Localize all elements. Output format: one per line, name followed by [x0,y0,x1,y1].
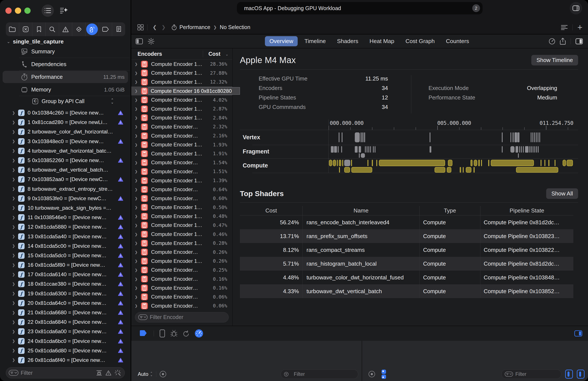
encoder-row[interactable]: ❯Compute Encoder…2.16% [131,131,232,140]
disclosure-chevron-icon[interactable]: ❯ [135,268,139,272]
compute-interval-bar[interactable] [372,160,373,166]
column-header-name[interactable]: Name [303,206,420,215]
gpu-interval-bar[interactable] [533,146,533,152]
disclosure-chevron-icon[interactable]: ❯ [135,178,139,183]
minimize-window-button[interactable] [15,8,21,14]
disclosure-chevron-icon[interactable]: ❯ [12,130,16,134]
gpu-interval-bar[interactable] [532,132,533,142]
compute-interval-bar[interactable] [342,160,343,166]
variables-filter-input[interactable] [294,371,355,377]
gpu-interval-bar[interactable] [359,153,360,158]
console-pane[interactable] [362,341,588,381]
gpu-interval-bar[interactable] [339,132,339,142]
compute-interval-bar[interactable] [478,160,480,166]
gpu-interval-bar[interactable] [536,146,537,152]
encoder-row[interactable]: ❯Compute Encoder 1…0.50% [131,203,232,212]
gpu-interval-bar[interactable] [510,132,511,142]
table-row[interactable]: 8.12%rans_compact_streamsComputeCompute … [240,243,573,257]
gpu-interval-bar[interactable] [331,146,334,152]
disclosure-chevron-icon[interactable]: ⌄ [7,39,10,44]
disclosure-chevron-icon[interactable]: ❯ [135,161,139,165]
toggle-inspector-icon[interactable] [575,38,583,44]
encoder-row[interactable]: ❯Compute Encoder 1…1.39% [131,176,232,185]
gpu-interval-bar[interactable] [519,146,520,152]
gpu-interval-bar[interactable] [529,146,530,152]
disclosure-chevron-icon[interactable]: ❯ [135,152,139,156]
toggle-bottom-right-panel-icon[interactable] [574,330,582,337]
list-item[interactable]: ❯ƒ2 turbowave_color_dwt_horizontal… [0,127,131,136]
gpu-interval-bar[interactable] [536,132,537,142]
list-item[interactable]: ❯ƒ10 turbowave_pack_sign_bytes =… [0,203,131,213]
gpu-interval-bar[interactable] [334,146,337,152]
table-row[interactable]: 4.33%turbowave_dwt_vertical_batchCompute… [240,284,573,298]
sidebar-item-summary[interactable]: Summary [0,45,131,58]
list-item[interactable]: ❯ƒ13 0x81cda5a40 = [Device new…! [0,232,131,241]
list-item[interactable]: ❯ƒ5 0x103852260 = [Device new…! [0,156,131,165]
gpu-timeline[interactable]: 000.000.000 005.000.000 011.254.750 Vert… [240,119,578,176]
tab-cost-graph[interactable]: Cost Graph [401,36,439,46]
list-item[interactable]: ❯ƒ24 0x81cda6bc0 = [Device new…! [0,336,131,346]
gpu-interval-bar[interactable] [525,146,528,152]
close-window-button[interactable] [5,8,12,14]
disclosure-chevron-icon[interactable]: ❯ [135,107,139,111]
variables-pane[interactable]: Auto ⌃⌄ [131,341,362,381]
encoder-row[interactable]: ❯Compute Encoder…2.32% [131,122,232,131]
list-item[interactable]: ❯ƒ6 turbowave_dwt_vertical_batch… [0,165,131,174]
cost-column-header[interactable]: Cost [209,51,220,57]
list-item[interactable]: ❯ƒ0 0x10384c260 = [Device new…! [0,108,131,117]
gpu-interval-bar[interactable] [538,146,539,152]
compute-interval-bar[interactable] [466,167,471,173]
compute-interval-bar[interactable] [488,160,489,166]
variables-scope-select[interactable]: Auto [138,371,148,377]
sidebar-item-memory[interactable]: Memory 1.05 GiB [0,83,131,96]
disclosure-chevron-icon[interactable]: ❯ [12,120,16,125]
disclosure-chevron-icon[interactable]: ❯ [12,301,16,305]
list-item[interactable]: ❯ƒ9 0x103853fe0 = [Device newC…! [0,194,131,203]
disclosure-chevron-icon[interactable]: ❯ [135,223,139,227]
encoders-column-header[interactable]: Encoders [138,51,162,57]
stepper-chevrons-icon[interactable]: ⌃⌄ [111,99,114,104]
encoder-row[interactable]: ❯Compute Encoder 1…0.46% [131,230,232,239]
compute-interval-bar[interactable] [481,160,482,166]
performance-gauge-button[interactable] [194,329,204,338]
sidebar-item-dependencies[interactable]: Dependencies [0,58,131,71]
find-navigator-button[interactable] [46,22,59,36]
gpu-interval-bar[interactable] [516,146,518,152]
list-item[interactable]: ❯ƒ8 turbowave_extract_entropy_stre… [0,184,131,194]
disclosure-chevron-icon[interactable]: ❯ [12,168,16,172]
sparkle-list-button[interactable] [58,4,70,17]
encoder-row[interactable]: ❯Compute Encoder 1…4.02% [131,95,232,104]
disclosure-chevron-icon[interactable]: ❯ [12,329,16,334]
encoder-row[interactable]: ❯Compute Encoder 1…0.47% [131,221,232,230]
encoder-row[interactable]: ❯Compute Encoder 1…1.93% [131,140,232,149]
device-icon[interactable] [160,329,165,338]
gpu-interval-bar[interactable] [373,146,374,152]
scheme-selector[interactable]: macOS App - Debugging GPU Workload 2 [237,2,483,14]
disclosure-chevron-icon[interactable]: ❯ [12,187,16,191]
gear-icon[interactable] [148,38,155,45]
gpu-interval-bar[interactable] [367,146,368,152]
show-timeline-button[interactable]: Show Timeline [531,55,578,65]
gpu-interval-bar[interactable] [355,132,360,142]
encoder-filter-input[interactable] [150,314,226,320]
disclosure-chevron-icon[interactable]: ❯ [12,358,16,362]
list-item[interactable]: ❯ƒ14 0x81cda5c00 = [Device new…! [0,241,131,251]
sidebar-filter-field[interactable] [6,367,125,379]
toggle-console-left-icon[interactable] [565,370,573,379]
compute-interval-bar[interactable] [448,160,452,166]
encoder-row[interactable]: ❯Compute Encoder 1…28.36% [131,60,232,69]
encoder-row[interactable]: ❯Compute Encoder 1…0.28% [131,239,232,248]
compute-interval-bar[interactable] [379,160,445,166]
minimap-lines-icon[interactable] [561,25,568,30]
memory-viewer-toggle[interactable] [381,370,386,379]
tag-navigator-button[interactable] [99,22,112,36]
encoder-row[interactable]: ❯Compute Encoder…0.60% [131,194,232,203]
gpu-interval-bar[interactable] [521,146,522,152]
compute-interval-bar[interactable] [548,160,549,166]
timeline-plot[interactable] [329,119,573,176]
capture-navigator-button[interactable] [19,22,33,36]
gpu-interval-bar[interactable] [502,146,503,152]
gpu-interval-bar[interactable] [370,146,371,152]
gpu-interval-bar[interactable] [368,146,369,152]
gpu-interval-bar[interactable] [513,132,514,142]
